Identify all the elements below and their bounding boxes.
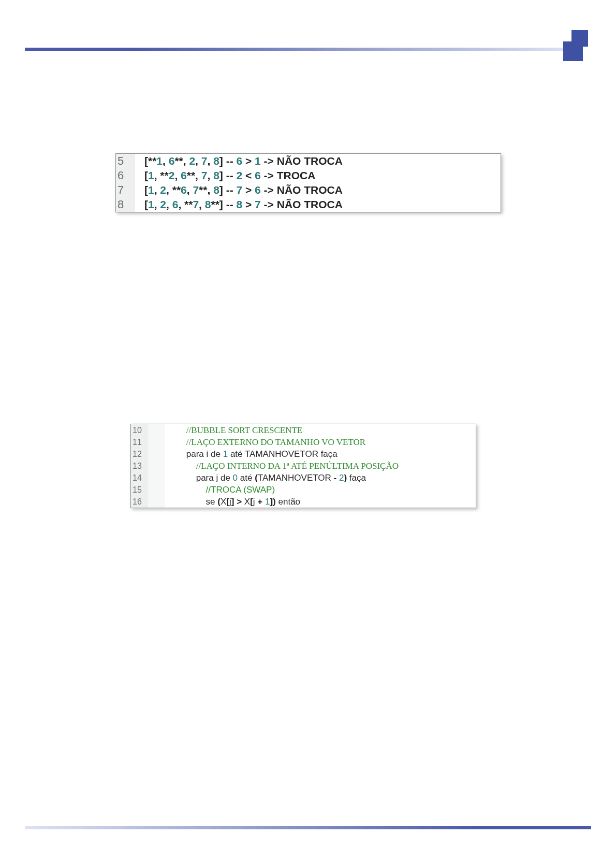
line-number: 16 [131, 496, 148, 508]
code-content: //LAÇO EXTERNO DO TAMANHO VO VETOR [165, 436, 476, 448]
code-content: //LAÇO INTERNO DA 1ª ATÉ PENÚLTIMA POSIÇ… [165, 460, 476, 472]
footer-divider [25, 826, 591, 829]
fold-gutter [148, 484, 165, 496]
fold-gutter [148, 436, 165, 448]
code-content: [1, **2, 6**, 7, 8] -- 2 < 6 -> TROCA [135, 168, 501, 183]
line-number: 11 [131, 436, 148, 448]
line-number: 12 [131, 448, 148, 460]
code-content: para j de 0 até (TAMANHOVETOR - 2) faça [165, 472, 476, 484]
code-line: 5[**1, 6**, 2, 7, 8] -- 6 > 1 -> NÃO TRO… [116, 154, 501, 168]
fold-gutter [148, 424, 165, 436]
fold-gutter [148, 472, 165, 484]
code-line: 12 para i de 1 até TAMANHOVETOR faça [131, 448, 476, 460]
fold-gutter [148, 460, 165, 472]
code-line: 14 para j de 0 até (TAMANHOVETOR - 2) fa… [131, 472, 476, 484]
line-number: 10 [131, 424, 148, 436]
line-number: 8 [116, 197, 135, 212]
code-line: 10 //BUBBLE SORT CRESCENTE [131, 424, 476, 436]
code-content: [1, 2, 6, **7, 8**] -- 8 > 7 -> NÃO TROC… [135, 197, 501, 212]
trace-code-block: 5[**1, 6**, 2, 7, 8] -- 6 > 1 -> NÃO TRO… [115, 153, 501, 212]
line-number: 14 [131, 472, 148, 484]
line-number: 7 [116, 183, 135, 197]
code-line: 7[1, 2, **6, 7**, 8] -- 7 > 6 -> NÃO TRO… [116, 183, 501, 197]
fold-gutter [148, 448, 165, 460]
line-number: 13 [131, 460, 148, 472]
page-logo [559, 30, 591, 62]
line-number: 15 [131, 484, 148, 496]
header-divider [25, 48, 575, 51]
algorithm-code-block: 10 //BUBBLE SORT CRESCENTE11 //LAÇO EXTE… [130, 424, 476, 508]
code-line: 8[1, 2, 6, **7, 8**] -- 8 > 7 -> NÃO TRO… [116, 197, 501, 212]
code-content: [1, 2, **6, 7**, 8] -- 7 > 6 -> NÃO TROC… [135, 183, 501, 197]
code-line: 16 se (X[j] > X[j + 1]) então [131, 496, 476, 508]
code-line: 11 //LAÇO EXTERNO DO TAMANHO VO VETOR [131, 436, 476, 448]
line-number: 6 [116, 168, 135, 183]
fold-gutter [148, 496, 165, 508]
code-content: //TROCA (SWAP) [165, 484, 476, 496]
code-line: 15 //TROCA (SWAP) [131, 484, 476, 496]
code-content: se (X[j] > X[j + 1]) então [165, 496, 476, 508]
line-number: 5 [116, 154, 135, 168]
code-content: para i de 1 até TAMANHOVETOR faça [165, 448, 476, 460]
code-line: 13 //LAÇO INTERNO DA 1ª ATÉ PENÚLTIMA PO… [131, 460, 476, 472]
code-content: //BUBBLE SORT CRESCENTE [165, 424, 476, 436]
code-content: [**1, 6**, 2, 7, 8] -- 6 > 1 -> NÃO TROC… [135, 154, 501, 168]
code-line: 6[1, **2, 6**, 7, 8] -- 2 < 6 -> TROCA [116, 168, 501, 183]
